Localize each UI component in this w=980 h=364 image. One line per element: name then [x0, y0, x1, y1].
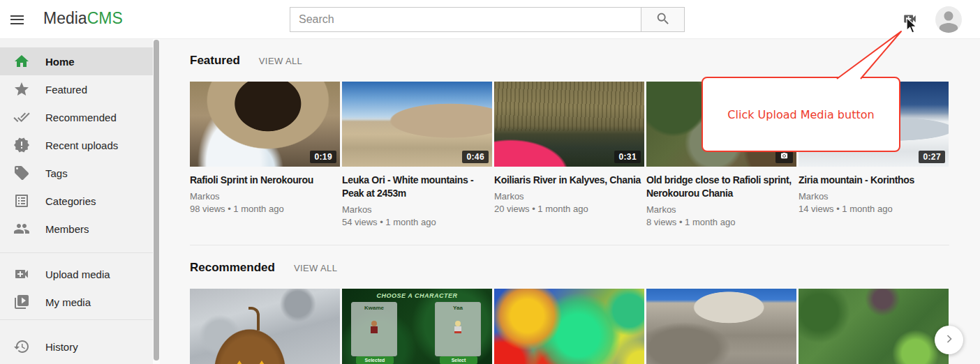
media-card[interactable]: 0:46 Leuka Ori - White mountains - Peak …: [342, 82, 492, 229]
media-author[interactable]: Markos: [190, 190, 340, 202]
video-thumbnail[interactable]: [799, 289, 949, 364]
media-card[interactable]: 0:19 Rafioli Sprint in Nerokourou Markos…: [190, 82, 340, 215]
media-card[interactable]: 0:31 Koiliaris River in Kalyves, Chania …: [494, 82, 644, 215]
media-meta: 14 views • 1 month ago: [799, 202, 949, 215]
sidebar-item-label: Upload media: [45, 268, 110, 280]
media-title[interactable]: Koiliaris River in Kalyves, Chania: [494, 174, 644, 187]
video-thumbnail[interactable]: CHOOSE A CHARACTER Kwame Selected Yaa Se…: [342, 289, 492, 364]
scrollbar-thumb[interactable]: [154, 40, 159, 361]
video-thumbnail[interactable]: 0:31: [494, 82, 644, 167]
sidebar-item-recent-uploads[interactable]: Recent uploads: [0, 131, 153, 159]
section-divider: [190, 245, 949, 245]
sidebar-item-label: Members: [45, 223, 89, 235]
tag-icon: [13, 165, 30, 181]
menu-icon[interactable]: [10, 12, 29, 27]
user-icon: [935, 23, 962, 33]
video-plus-icon: [13, 266, 30, 282]
sidebar-item-label: Recent uploads: [45, 139, 118, 151]
logo-cms: CMS: [87, 9, 123, 27]
tutorial-callout: Click Upload Media button: [701, 77, 900, 152]
upload-media-icon: [900, 18, 919, 29]
sidebar-divider: [0, 319, 153, 320]
media-card[interactable]: CHOOSE A CHARACTER Kwame Selected Yaa Se…: [342, 289, 492, 364]
character-name: Kwame: [352, 305, 396, 311]
sidebar-divider: [0, 252, 153, 253]
media-author[interactable]: Markos: [799, 190, 949, 202]
recommended-section-header: Recommended VIEW ALL: [190, 261, 980, 275]
character-panel: Yaa Select: [435, 302, 481, 356]
sidebar-item-my-media[interactable]: My media: [0, 288, 153, 316]
sidebar-item-tags[interactable]: Tags: [0, 159, 153, 187]
double-check-icon: [13, 109, 30, 126]
sidebar-item-home[interactable]: Home: [0, 47, 153, 75]
thumbnail-text: CHOOSE A CHARACTER: [342, 292, 492, 299]
sidebar-item-upload-media[interactable]: Upload media: [0, 260, 153, 288]
sidebar-item-label: Recommended: [45, 112, 117, 123]
media-meta: 20 views • 1 month ago: [494, 202, 644, 215]
video-library-icon: [13, 294, 30, 310]
callout-text: Click Upload Media button: [727, 108, 874, 121]
people-icon: [13, 220, 30, 237]
media-card[interactable]: [799, 289, 949, 364]
search-icon: [655, 11, 671, 29]
section-title: Recommended: [190, 261, 275, 275]
sidebar-item-categories[interactable]: Categories: [0, 187, 153, 215]
video-thumbnail[interactable]: [494, 289, 644, 364]
sidebar-item-label: Home: [45, 56, 75, 68]
search-bar: [290, 7, 685, 32]
featured-view-all-link[interactable]: VIEW ALL: [259, 56, 302, 66]
home-icon: [13, 53, 30, 70]
list-box-icon: [13, 192, 30, 209]
duration-badge: 0:19: [310, 151, 336, 163]
duration-badge: 0:31: [614, 151, 641, 163]
character-name: Yaa: [436, 305, 480, 311]
search-button[interactable]: [641, 7, 685, 32]
media-title[interactable]: Leuka Ori - White mountains - Peak at 24…: [342, 174, 492, 200]
sidebar-item-members[interactable]: Members: [0, 215, 153, 243]
character-sprite: [370, 321, 378, 335]
video-thumbnail[interactable]: 0:19: [190, 82, 340, 167]
media-card[interactable]: [494, 289, 644, 364]
sidebar-item-featured[interactable]: Featured: [0, 75, 153, 103]
sidebar-item-label: Categories: [45, 195, 96, 207]
new-releases-icon: [13, 137, 30, 153]
sidebar-item-label: Tags: [45, 167, 68, 179]
media-title[interactable]: Old bridge close to Rafioli sprint, Nero…: [646, 174, 796, 200]
select-button-label: Selected: [356, 356, 394, 364]
character-panel: Kwame Selected: [351, 302, 397, 356]
sidebar-item-label: My media: [45, 296, 91, 308]
avatar[interactable]: [935, 6, 962, 33]
upload-media-button[interactable]: [899, 10, 920, 29]
media-author[interactable]: Markos: [494, 190, 644, 202]
video-thumbnail[interactable]: 0:46: [342, 82, 492, 167]
duration-badge: 0:46: [462, 151, 489, 163]
sidebar-item-label: Featured: [45, 84, 87, 96]
recommended-view-all-link[interactable]: VIEW ALL: [294, 263, 337, 273]
media-meta: 8 views • 1 month ago: [646, 215, 796, 229]
sidebar-scrollbar[interactable]: [153, 39, 160, 364]
pumpkin-eye: [257, 361, 267, 364]
video-thumbnail[interactable]: [646, 289, 796, 364]
media-title[interactable]: Ziria mountain - Korinthos: [799, 174, 949, 187]
media-author[interactable]: Markos: [646, 204, 796, 215]
media-author[interactable]: Markos: [342, 204, 492, 215]
history-icon: [13, 338, 30, 355]
media-title[interactable]: Rafioli Sprint in Nerokourou: [190, 174, 340, 187]
media-meta: 98 views • 1 month ago: [190, 202, 340, 215]
sidebar-item-label: History: [45, 341, 78, 353]
media-card[interactable]: [646, 289, 796, 364]
chevron-right-icon: [942, 332, 956, 348]
video-thumbnail[interactable]: [190, 289, 340, 364]
sidebar: Home Featured Recommended Recent uploads…: [0, 39, 153, 364]
media-card[interactable]: [190, 289, 340, 364]
select-button-label: Select: [440, 356, 477, 364]
top-bar: MediaCMS: [0, 0, 980, 39]
carousel-next-button[interactable]: [935, 326, 963, 354]
sidebar-item-history[interactable]: History: [0, 333, 153, 361]
character-sprite: [454, 321, 462, 335]
pumpkin-eye: [235, 361, 244, 364]
app-logo[interactable]: MediaCMS: [43, 9, 123, 28]
sidebar-item-recommended[interactable]: Recommended: [0, 103, 153, 131]
search-input[interactable]: [290, 7, 641, 32]
duration-badge: 0:27: [919, 151, 945, 163]
